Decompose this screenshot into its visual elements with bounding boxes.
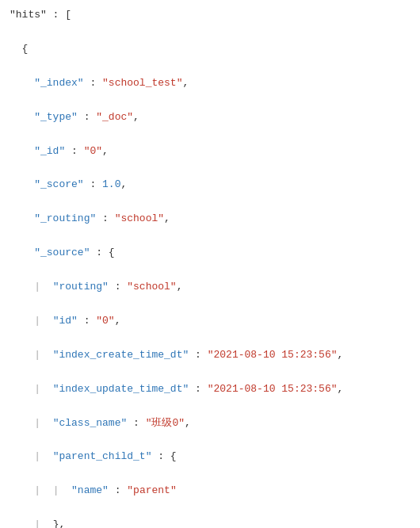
json-content: "hits" : [ { "_index" : "school_test", "… [10, 6, 410, 528]
json-viewer: "hits" : [ { "_index" : "school_test", "… [10, 6, 410, 528]
